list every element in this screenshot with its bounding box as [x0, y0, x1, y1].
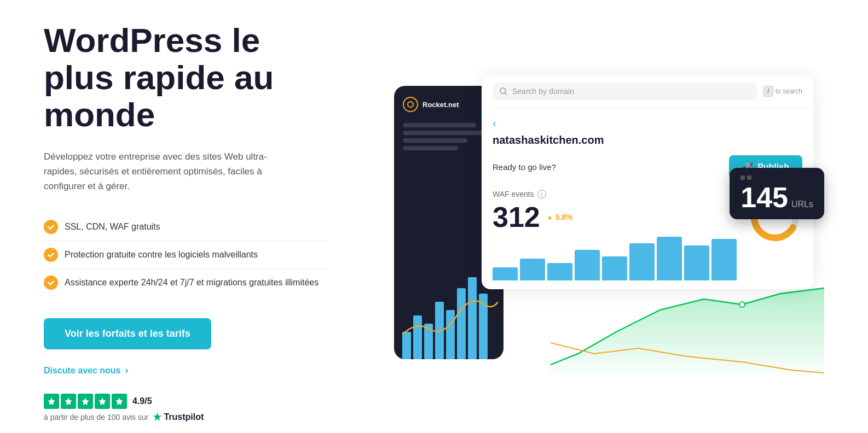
- ready-to-go-text: Ready to go live?: [493, 162, 556, 172]
- menu-line-1: [403, 123, 476, 127]
- back-button[interactable]: ‹: [493, 117, 496, 130]
- chevron-right-icon: ›: [125, 365, 129, 376]
- url-count-row: 145 URLs: [740, 183, 813, 212]
- trustpilot-rating-row: 4.9/5: [44, 394, 328, 409]
- url-card-top: [740, 175, 813, 180]
- trustpilot-star-icon: ★: [153, 411, 161, 423]
- stars-container: [44, 394, 127, 409]
- brand-name: Rocket.net: [423, 101, 459, 109]
- waf-count-row: 312 ▲ 5.8%: [493, 203, 737, 231]
- waf-trend-value: 5.8%: [555, 213, 573, 221]
- svg-rect-9: [446, 310, 455, 359]
- svg-rect-5: [402, 332, 411, 359]
- waf-count: 312: [493, 203, 540, 231]
- cta-button[interactable]: Voir les forfaits et les tarifs: [44, 318, 211, 349]
- bar-6: [629, 243, 655, 280]
- trustpilot-section: 4.9/5 à partir de plus de 100 avis sur ★…: [44, 394, 328, 423]
- svg-rect-11: [468, 277, 477, 359]
- domain-name: natashaskitchen.com: [493, 134, 802, 147]
- check-icon-ssl: [44, 220, 58, 234]
- rocket-logo-icon: [403, 97, 418, 112]
- svg-marker-3: [99, 397, 106, 405]
- waf-stats: WAF events i 312 ▲ 5.8%: [493, 190, 737, 280]
- mockup-header: Rocket.net: [403, 97, 495, 112]
- keyboard-hint: / to search: [763, 86, 802, 97]
- svg-marker-0: [48, 397, 55, 405]
- url-card: 145 URLs: [730, 168, 824, 219]
- svg-rect-6: [413, 315, 422, 359]
- menu-line-3: [403, 138, 467, 143]
- url-count: 145: [740, 183, 788, 212]
- chat-link[interactable]: Discute avec nous ›: [44, 365, 328, 376]
- trustpilot-sub: à partir de plus de 100 avis sur ★ Trust…: [44, 411, 328, 423]
- search-icon: [499, 87, 508, 96]
- menu-lines: [403, 123, 495, 150]
- star-2: [61, 394, 76, 409]
- menu-line-2: [403, 131, 485, 135]
- svg-marker-4: [115, 397, 123, 405]
- svg-point-16: [739, 302, 745, 307]
- left-section: WordPress le plus rapide au monde Dévelo…: [44, 22, 328, 423]
- chat-link-text: Discute avec nous: [44, 366, 121, 376]
- main-title: WordPress le plus rapide au monde: [44, 22, 328, 134]
- svg-marker-2: [82, 397, 89, 405]
- search-placeholder-text: Search by domain: [512, 87, 574, 96]
- star-3: [78, 394, 93, 409]
- search-hint-text: to search: [776, 87, 802, 95]
- bar-9: [711, 239, 737, 280]
- trustpilot-label: Trustpilot: [164, 412, 204, 422]
- bar-1: [493, 267, 518, 280]
- waf-trend: ▲ 5.8%: [547, 213, 573, 221]
- feature-label-protection: Protection gratuite contre les logiciels…: [65, 250, 258, 260]
- feature-label-support: Assistance experte 24h/24 et 7j/7 et mig…: [65, 278, 319, 288]
- bar-chart: [493, 237, 737, 280]
- info-icon: i: [537, 190, 546, 198]
- feature-protection: Protection gratuite contre les logiciels…: [44, 241, 328, 269]
- menu-line-4: [403, 146, 458, 150]
- rating-value: 4.9/5: [132, 396, 152, 406]
- bar-7: [657, 237, 682, 280]
- bar-4: [575, 250, 600, 280]
- star-4: [95, 394, 110, 409]
- check-icon-support: [44, 276, 58, 290]
- trustpilot-logo: ★ Trustpilot: [153, 411, 204, 423]
- features-list: SSL, CDN, WAF gratuits Protection gratui…: [44, 213, 328, 296]
- url-label: URLs: [791, 200, 813, 209]
- bar-2: [520, 259, 545, 280]
- svg-marker-1: [65, 397, 72, 405]
- trend-up-icon: ▲: [547, 213, 553, 221]
- star-1: [44, 394, 59, 409]
- green-line-chart: [551, 277, 824, 376]
- bar-8: [684, 245, 709, 280]
- star-5: [112, 394, 127, 409]
- description: Développez votre entreprise avec des sit…: [44, 149, 274, 194]
- feature-label-ssl: SSL, CDN, WAF gratuits: [65, 222, 160, 232]
- right-section: Rocket.net: [361, 58, 824, 387]
- waf-title: WAF events i: [493, 190, 737, 198]
- url-dot-2: [747, 175, 751, 180]
- waf-label: WAF events: [493, 190, 534, 198]
- url-dot-1: [740, 175, 745, 180]
- bar-5: [602, 256, 627, 280]
- kbd-slash: /: [763, 86, 773, 97]
- search-box[interactable]: Search by domain: [493, 83, 757, 100]
- review-text: à partir de plus de 100 avis sur: [44, 413, 148, 422]
- bar-3: [547, 263, 572, 280]
- feature-ssl: SSL, CDN, WAF gratuits: [44, 213, 328, 241]
- feature-support: Assistance experte 24h/24 et 7j/7 et mig…: [44, 269, 328, 296]
- dashboard-header: Search by domain / to search: [482, 75, 813, 108]
- check-icon-protection: [44, 248, 58, 262]
- svg-rect-10: [457, 288, 466, 359]
